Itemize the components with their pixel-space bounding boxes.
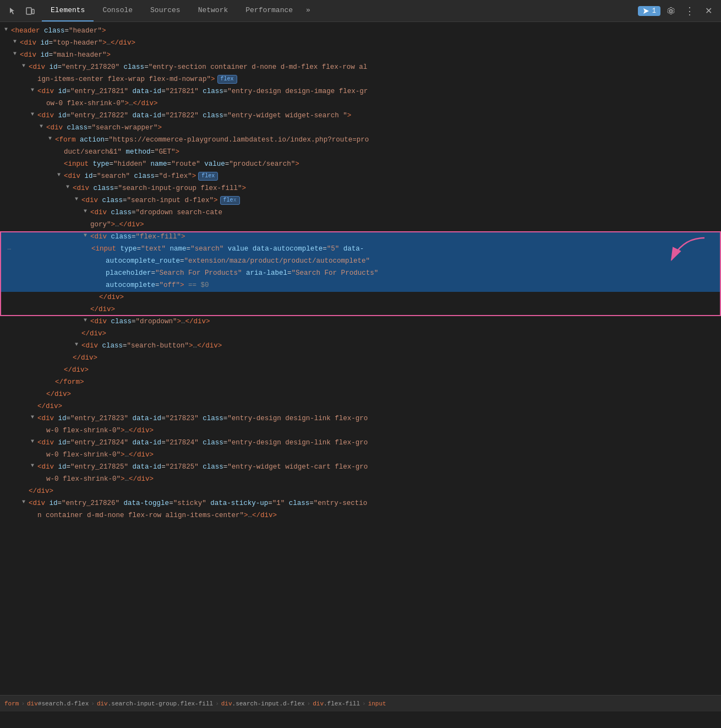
dom-line[interactable]: w-0 flex-shrink-0">…</div> (0, 449, 721, 461)
triangle-icon[interactable] (66, 183, 73, 192)
tab-console[interactable]: Console (94, 0, 141, 21)
dom-line[interactable]: </form> (0, 377, 721, 389)
tab-network[interactable]: Network (189, 0, 237, 21)
dom-line[interactable]: w-0 flex-shrink-0">…</div> (0, 425, 721, 437)
dom-line[interactable]: <div class="search-button">…</div> (0, 340, 721, 352)
dom-line[interactable]: </div> (0, 389, 721, 401)
tab-more[interactable]: » (302, 0, 315, 21)
triangle-icon[interactable] (31, 110, 37, 119)
dom-line-input-3: placeholder="Search For Products" aria-l… (0, 268, 721, 280)
tab-bar: Elements Console Sources Network Perform… (42, 0, 637, 21)
triangle-icon[interactable] (13, 50, 20, 58)
status-sep: › (215, 700, 219, 707)
dom-line[interactable]: <div class="search-input-group flex-fill… (0, 183, 721, 195)
triangle-icon[interactable] (40, 122, 46, 131)
dom-line-input[interactable]: … <input type="text" name="search" value… (0, 243, 721, 256)
status-item-form[interactable]: form (4, 700, 19, 707)
toggle-device-button[interactable] (22, 3, 39, 19)
status-item-search-input[interactable]: div.search-input.d-flex (221, 700, 305, 707)
triangle-icon[interactable] (22, 498, 29, 507)
dom-line[interactable]: <div class="dropdown search-cate (0, 207, 721, 219)
dom-tree[interactable]: <header class="header"> <div id="top-hea… (0, 22, 721, 695)
svg-rect-1 (32, 9, 34, 14)
dom-line[interactable]: <div id="entry_217826" data-toggle="stic… (0, 498, 721, 510)
dom-line[interactable]: gory">…</div> (0, 219, 721, 231)
triangle-icon[interactable] (31, 437, 37, 446)
triangle-icon[interactable] (31, 461, 37, 470)
triangle-icon[interactable] (57, 171, 64, 180)
status-item-search[interactable]: div#search.d-flex (27, 700, 89, 707)
status-bar: form › div#search.d-flex › div.search-in… (0, 695, 721, 711)
dom-line-input-4: autocomplete="off"> == $0 (0, 280, 721, 292)
dom-line[interactable]: <div id="main-header"> (0, 50, 721, 62)
dom-line[interactable]: </div> (0, 328, 721, 340)
dom-line[interactable]: <header class="header"> (0, 25, 721, 37)
dom-line[interactable]: <div id="top-header">…</div> (0, 37, 721, 50)
status-sep: › (91, 700, 95, 707)
triangle-icon[interactable] (84, 207, 90, 216)
triangle-icon[interactable] (4, 25, 11, 34)
close-button[interactable]: ✕ (700, 3, 717, 19)
dom-line[interactable]: ow-0 flex-shrink-0">…</div> (0, 98, 721, 110)
dom-line-input-2: autocomplete_route="extension/maza/produ… (0, 256, 721, 268)
dom-line[interactable]: <div id="entry_217822" data-id="217822" … (0, 110, 721, 122)
dom-line[interactable]: </div> (0, 401, 721, 413)
triangle-icon[interactable] (75, 340, 81, 349)
dom-line-close-div[interactable]: </div> (0, 292, 721, 304)
devtools-main: <header class="header"> <div id="top-hea… (0, 22, 721, 711)
dom-line[interactable]: <div id="search" class="d-flex">flex (0, 171, 721, 183)
status-item-input[interactable]: input (368, 700, 386, 707)
ellipsis-indicator: … (0, 243, 13, 253)
dom-line[interactable]: <div id="entry_217821" data-id="217821" … (0, 86, 721, 98)
dom-line-flex-fill[interactable]: <div class="flex-fill"> (0, 231, 721, 243)
status-sep: › (362, 700, 366, 707)
triangle-icon[interactable] (48, 134, 55, 143)
dom-line[interactable]: <div class="search-input d-flex">flex (0, 195, 721, 207)
tab-performance[interactable]: Performance (237, 0, 302, 21)
toolbar-right: 1 ⋮ ✕ (638, 3, 717, 19)
dom-line[interactable]: <div id="entry_217824" data-id="217824" … (0, 437, 721, 449)
dom-line[interactable]: </div> (0, 352, 721, 365)
settings-button[interactable] (663, 3, 679, 19)
triangle-icon[interactable] (31, 86, 37, 95)
notification-badge[interactable]: 1 (638, 6, 660, 16)
status-sep: › (21, 700, 25, 707)
svg-point-2 (670, 9, 673, 12)
devtools-window: Elements Console Sources Network Perform… (0, 0, 721, 728)
triangle-icon[interactable] (75, 195, 81, 204)
dom-line[interactable]: ign-items-center flex-wrap flex-md-nowra… (0, 74, 721, 86)
dom-line[interactable]: <div id="entry_217823" data-id="217823" … (0, 413, 721, 425)
dom-line[interactable]: <div id="entry_217825" data-id="217825" … (0, 461, 721, 474)
cursor-button[interactable] (4, 3, 21, 19)
dom-line[interactable]: w-0 flex-shrink-0">…</div> (0, 474, 721, 486)
triangle-icon[interactable] (13, 37, 20, 46)
dom-line[interactable]: <div id="entry_217820" class="entry-sect… (0, 62, 721, 74)
badge-count: 1 (652, 7, 656, 15)
dom-line[interactable]: </div> (0, 486, 721, 498)
dom-line[interactable]: <form action="https://ecommerce-playgrou… (0, 134, 721, 146)
dom-line[interactable]: n container d-md-none flex-row align-ite… (0, 510, 721, 522)
status-item-search-input-group[interactable]: div.search-input-group.flex-fill (97, 700, 213, 707)
dom-line[interactable]: <div class="dropdown">…</div> (0, 316, 721, 328)
dom-line[interactable]: duct/search&1" method="GET"> (0, 146, 721, 159)
tab-elements[interactable]: Elements (42, 0, 94, 21)
triangle-icon[interactable] (31, 413, 37, 422)
svg-rect-0 (26, 8, 31, 14)
devtools-toolbar: Elements Console Sources Network Perform… (0, 0, 721, 22)
dom-line[interactable]: </div> (0, 365, 721, 377)
more-options-button[interactable]: ⋮ (681, 3, 698, 19)
triangle-icon[interactable] (84, 231, 90, 240)
dom-line-close-div2[interactable]: </div> (0, 304, 721, 316)
tab-sources[interactable]: Sources (141, 0, 189, 21)
triangle-icon[interactable] (22, 62, 29, 70)
triangle-icon[interactable] (84, 316, 90, 325)
status-sep: › (307, 700, 311, 707)
dom-line[interactable]: <div class="search-wrapper"> (0, 122, 721, 134)
status-item-flex-fill[interactable]: div.flex-fill (313, 700, 360, 707)
dom-line[interactable]: <input type="hidden" name="route" value=… (0, 159, 721, 171)
